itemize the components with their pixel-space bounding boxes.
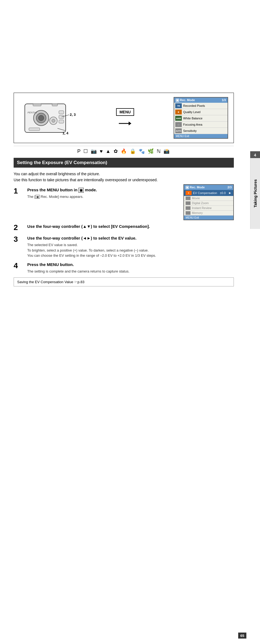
lcd2-row-1: Digital Zoom xyxy=(184,201,233,206)
step-4: 4 Press the MENU button. The setting is … xyxy=(14,262,234,274)
step-3-title: Use the four-way controller (◄►) to sele… xyxy=(27,235,234,241)
step-1-desc: The [▣ Rec. Mode] menu appears. xyxy=(27,194,179,199)
chapter-sidebar: Taking Pictures xyxy=(250,158,260,229)
chapter-number: 4 xyxy=(250,151,260,159)
step-4-title: Press the MENU button. xyxy=(27,262,234,268)
lcd-row-2: AWB White Balance xyxy=(174,115,228,122)
step-2-content: Use the four-way controller (▲▼) to sele… xyxy=(27,223,234,232)
step-1-content: Press the MENU button in ▣ mode. The [▣ … xyxy=(27,187,234,220)
svg-rect-6 xyxy=(59,111,64,114)
camera-diagram: PENTAX 2, 3 1, 4 xyxy=(19,98,77,137)
step-4-number: 4 xyxy=(14,262,23,274)
page-number: 65 xyxy=(238,633,246,639)
svg-rect-8 xyxy=(59,120,64,123)
svg-rect-5 xyxy=(52,104,58,106)
svg-rect-20 xyxy=(177,99,178,101)
lcd-footer: MENU Exit xyxy=(174,134,228,138)
lcd2-row-0: Movie xyxy=(184,196,233,201)
lcd2-ev-row: ± EV Compensation ±0.0 ► xyxy=(184,190,233,196)
step-1-number: 1 xyxy=(14,187,23,220)
svg-marker-18 xyxy=(129,122,131,125)
step-3-content: Use the four-way controller (◄►) to sele… xyxy=(27,235,234,258)
lcd-row-3: □ Focusing Area xyxy=(174,122,228,128)
chapter-num-label: 4 xyxy=(254,153,256,157)
svg-rect-11 xyxy=(29,128,40,131)
section-title: Setting the Exposure (EV Compensation) xyxy=(14,158,234,168)
svg-text:1, 4: 1, 4 xyxy=(62,131,68,135)
lcd2-header: Rec. Mode 2/3 xyxy=(184,185,233,190)
step-3-desc: The selected EV value is saved. To brigh… xyxy=(27,242,234,258)
step-3: 3 Use the four-way controller (◄►) to se… xyxy=(14,235,234,258)
svg-rect-22 xyxy=(186,187,188,188)
lcd2-row-2: Instant Review xyxy=(184,206,233,211)
lcd-screen2: Rec. Mode 2/3 ± EV Compensation ±0.0 ► xyxy=(183,184,234,220)
lcd2-footer: MENU Exit xyxy=(184,216,233,220)
lcd-row-1: ★ Quality Level xyxy=(174,109,228,115)
step-2-title: Use the four-way controller (▲▼) to sele… xyxy=(27,223,234,230)
mode-icon-strip: P ☐ 📷 ♥ ▲ ✿ 🔥 🔒 🐾 🌿 ℕ 📸 xyxy=(14,146,234,156)
menu-button-text: MENU xyxy=(119,110,131,114)
reference-text: Saving the EV Compensation Value xyxy=(17,280,73,284)
step-3-number: 3 xyxy=(14,235,23,258)
top-illustration: PENTAX 2, 3 1, 4 MENU xyxy=(14,93,234,143)
reference-link: ☞p.83 xyxy=(74,280,84,284)
step-1-title: Press the MENU button in ▣ mode. xyxy=(27,187,179,193)
svg-rect-4 xyxy=(33,104,41,106)
svg-text:2, 3: 2, 3 xyxy=(70,113,76,117)
svg-rect-7 xyxy=(59,115,64,119)
lcd-header: Rec. Mode 1/3 xyxy=(174,98,228,103)
menu-arrow-area: MENU xyxy=(116,108,134,128)
lcd-screen-top: Rec. Mode 1/3 7M Recorded Pixels ★ Quali… xyxy=(174,97,228,139)
lcd2-row-3: Memory xyxy=(184,211,233,216)
step-4-desc: The setting is complete and the camera r… xyxy=(27,269,234,274)
lcd-row-0: 7M Recorded Pixels xyxy=(174,103,228,109)
step-2-number: 2 xyxy=(14,223,23,232)
step-1: 1 Press the MENU button in ▣ mode. The [… xyxy=(14,187,234,220)
menu-button-label: MENU xyxy=(116,108,134,116)
intro-text: You can adjust the overall brightness of… xyxy=(14,171,234,183)
step-4-content: Press the MENU button. The setting is co… xyxy=(27,262,234,274)
svg-text:PENTAX: PENTAX xyxy=(28,111,37,114)
step-2: 2 Use the four-way controller (▲▼) to se… xyxy=(14,223,234,232)
chapter-title: Taking Pictures xyxy=(253,179,258,207)
svg-point-3 xyxy=(38,115,44,121)
reference-box: Saving the EV Compensation Value ☞p.83 xyxy=(14,277,234,286)
lcd-row-4: AUTO Sensitivity xyxy=(174,128,228,134)
svg-point-10 xyxy=(52,119,55,122)
